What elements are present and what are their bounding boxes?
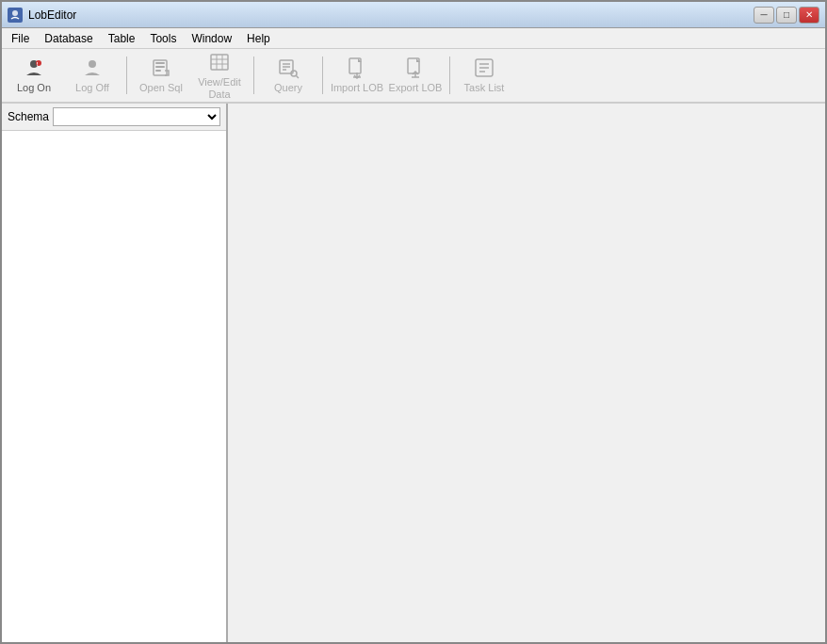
menu-help[interactable]: Help — [239, 30, 278, 47]
svg-rect-7 — [155, 66, 165, 68]
svg-rect-8 — [155, 70, 161, 72]
open-sql-icon — [150, 56, 172, 79]
schema-content — [2, 131, 226, 642]
toolbar-export-lob-button[interactable]: Export LOB — [387, 52, 444, 99]
toolbar-query-button[interactable]: Query — [260, 52, 316, 99]
toolbar-log-off-button[interactable]: Log Off — [64, 52, 121, 99]
schema-row: Schema — [2, 104, 226, 131]
title-bar: LobEditor ─ □ ✕ — [2, 2, 825, 28]
toolbar-log-on-label: Log On — [17, 82, 51, 93]
window-controls: ─ □ ✕ — [754, 7, 819, 24]
log-off-icon — [81, 56, 104, 79]
title-bar-left: LobEditor — [8, 8, 76, 23]
svg-rect-9 — [211, 55, 228, 70]
toolbar-separator-4 — [449, 56, 450, 94]
toolbar-view-edit-label: View/Edit Data — [192, 76, 247, 99]
toolbar-task-list-label: Task List — [464, 82, 505, 93]
toolbar-view-edit-data-button[interactable]: View/Edit Data — [191, 52, 248, 99]
svg-point-0 — [12, 10, 18, 16]
toolbar-log-off-label: Log Off — [75, 82, 109, 93]
main-window: LobEditor ─ □ ✕ File Database Table Tool… — [0, 0, 827, 644]
toolbar-separator-2 — [253, 56, 254, 94]
menu-window[interactable]: Window — [184, 30, 239, 47]
menu-file[interactable]: File — [4, 30, 37, 47]
toolbar-task-list-button[interactable]: Task List — [456, 52, 512, 99]
window-title: LobEditor — [28, 8, 76, 22]
export-lob-icon — [404, 56, 427, 79]
toolbar-log-on-button[interactable]: ! Log On — [6, 52, 62, 99]
svg-point-4 — [89, 60, 96, 68]
menubar: File Database Table Tools Window Help — [2, 28, 825, 49]
toolbar-open-sql-button[interactable]: Open Sql — [133, 52, 189, 99]
minimize-button[interactable]: ─ — [754, 7, 774, 24]
close-button[interactable]: ✕ — [799, 7, 819, 24]
svg-text:!: ! — [37, 61, 39, 67]
menu-database[interactable]: Database — [37, 30, 100, 47]
query-icon — [277, 56, 300, 79]
toolbar-open-sql-label: Open Sql — [139, 82, 183, 93]
toolbar-query-label: Query — [274, 82, 302, 93]
right-panel — [228, 104, 825, 642]
schema-select[interactable] — [53, 107, 220, 126]
main-content: Schema — [2, 104, 825, 642]
toolbar-separator-3 — [322, 56, 323, 94]
maximize-button[interactable]: □ — [776, 7, 797, 24]
menu-table[interactable]: Table — [101, 30, 143, 47]
menu-tools[interactable]: Tools — [142, 30, 184, 47]
toolbar-separator-1 — [126, 56, 127, 94]
left-panel: Schema — [2, 104, 228, 642]
schema-label: Schema — [8, 110, 49, 123]
toolbar-import-lob-button[interactable]: Import LOB — [329, 52, 385, 99]
svg-line-19 — [297, 76, 300, 79]
view-edit-data-icon — [208, 51, 231, 73]
import-lob-icon — [346, 56, 368, 79]
app-icon — [8, 8, 23, 23]
toolbar-export-lob-label: Export LOB — [389, 82, 443, 93]
toolbar: ! Log On Log Off — [2, 49, 825, 104]
toolbar-import-lob-label: Import LOB — [331, 82, 383, 93]
svg-rect-6 — [155, 62, 165, 64]
task-list-icon — [473, 56, 495, 79]
log-on-icon: ! — [23, 56, 45, 79]
